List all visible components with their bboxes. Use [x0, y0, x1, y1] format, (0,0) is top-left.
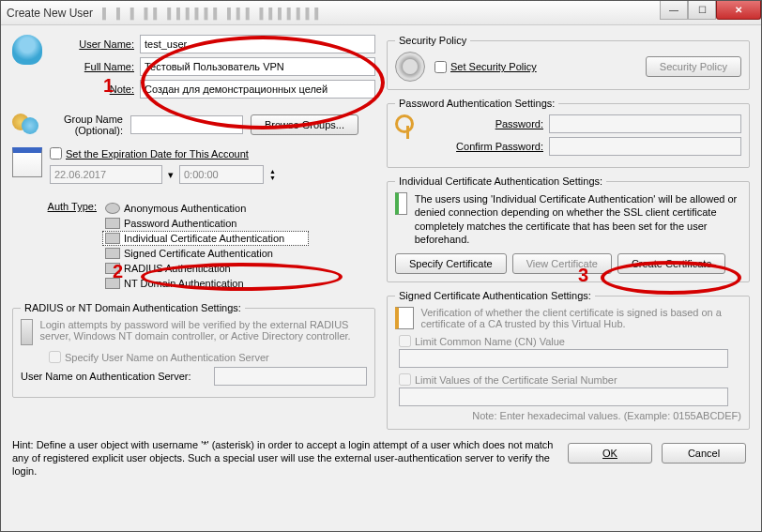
security-policy-fieldset: Security Policy Set Security Policy Secu…: [387, 35, 750, 90]
ok-button[interactable]: OK: [568, 443, 652, 464]
expire-checkbox-label: Set the Expiration Date for This Account: [66, 148, 249, 160]
create-certificate-button[interactable]: Create Certificate: [617, 253, 726, 274]
indiv-legend: Individual Certificate Authentication Se…: [395, 175, 606, 187]
limit-serial-label: Limit Values of the Certificate Serial N…: [415, 374, 617, 386]
auth-signed-cert[interactable]: Signed Certificate Authentication: [102, 246, 309, 261]
auth-item-label: Password Authentication: [124, 218, 236, 229]
cancel-button[interactable]: Cancel: [662, 443, 746, 464]
auth-anonymous[interactable]: Anonymous Authentication: [102, 201, 309, 216]
auth-item-label: Anonymous Authentication: [124, 203, 246, 214]
signed-note: Note: Enter hexadecimal values. (Example…: [395, 410, 741, 421]
fullname-input[interactable]: [140, 57, 375, 76]
server-icon: [21, 319, 33, 345]
specify-user-cb: Specify User Name on Authentication Serv…: [49, 351, 269, 363]
window-title: Create New User: [7, 7, 93, 20]
signedcert-icon: [395, 307, 414, 329]
expire-time-input: [179, 165, 264, 184]
hint-text: Hint: Define a user object with username…: [1, 435, 568, 478]
limit-serial-input: [399, 388, 728, 406]
spinner-icon: ▲▼: [269, 168, 276, 181]
auth-item-label: RADIUS Authentication: [124, 263, 231, 274]
flag-icon: [105, 278, 120, 289]
user-icon: [12, 35, 42, 65]
specify-certificate-button[interactable]: Specify Certificate: [395, 253, 507, 274]
radius-nt-fieldset: RADIUS or NT Domain Authentication Setti…: [12, 302, 375, 398]
confirm-password-label: Confirm Password:: [431, 141, 543, 152]
indiv-desc: The users using 'Individual Certificate …: [415, 192, 741, 246]
limit-cn-cb: Limit Common Name (CN) Value: [399, 335, 565, 347]
password-input: [549, 114, 741, 133]
security-policy-button: Security Policy: [646, 56, 741, 77]
specify-user-cb-label: Specify User Name on Authentication Serv…: [65, 352, 269, 363]
confirm-password-input: [549, 137, 741, 156]
group-icon: [12, 110, 42, 140]
set-security-cb-label: Set Security Policy: [450, 61, 537, 72]
radius-desc: Login attempts by password will be verif…: [40, 319, 367, 345]
calendar-icon: [12, 147, 42, 177]
title-blur: ▌ ▌ ▌ ▌▌ ▌▌▌▌▌▌ ▌▌▌ ▌▌▌▌▌▌▌: [102, 8, 324, 19]
note-input[interactable]: [140, 80, 375, 99]
signed-desc: Verification of whether the client certi…: [421, 307, 742, 329]
authserver-username-label: User Name on Authentication Server:: [21, 371, 208, 382]
dialog-window: Create New User ▌ ▌ ▌ ▌▌ ▌▌▌▌▌▌ ▌▌▌ ▌▌▌▌…: [0, 0, 762, 532]
limit-serial-cb: Limit Values of the Certificate Serial N…: [399, 373, 617, 386]
gear-icon: [395, 52, 425, 82]
auth-item-label: NT Domain Authentication: [124, 278, 244, 289]
auth-radius[interactable]: RADIUS Authentication: [102, 261, 309, 276]
cert-icon: [105, 248, 120, 259]
password-legend: Password Authentication Settings:: [395, 98, 558, 109]
username-label: User Name:: [50, 38, 134, 50]
close-button[interactable]: ✕: [716, 1, 761, 20]
set-security-cb[interactable]: Set Security Policy: [434, 61, 537, 73]
group-input[interactable]: [130, 115, 243, 134]
fullname-label: Full Name:: [50, 61, 134, 72]
expire-checkbox[interactable]: Set the Expiration Date for This Account: [50, 147, 249, 160]
expire-date-input: [50, 165, 162, 184]
authtype-list[interactable]: Anonymous Authentication Password Authen…: [102, 201, 309, 291]
authtype-label: Auth Type:: [12, 201, 97, 212]
maximize-button[interactable]: ☐: [688, 1, 716, 20]
authserver-username-input: [214, 367, 367, 386]
password-label: Password:: [431, 118, 543, 129]
password-auth-fieldset: Password Authentication Settings: Passwo…: [387, 98, 750, 168]
auth-ntdomain[interactable]: NT Domain Authentication: [102, 276, 309, 291]
title-bar[interactable]: Create New User ▌ ▌ ▌ ▌▌ ▌▌▌▌▌▌ ▌▌▌ ▌▌▌▌…: [1, 1, 761, 25]
group-label: Group Name (Optional):: [50, 114, 123, 136]
signed-cert-fieldset: Signed Certificate Authentication Settin…: [387, 290, 750, 430]
key-icon: [105, 218, 120, 229]
keys-icon: [395, 114, 421, 141]
browse-groups-button[interactable]: Browse Groups...: [251, 114, 358, 135]
individual-cert-fieldset: Individual Certificate Authentication Se…: [387, 175, 750, 282]
username-input[interactable]: [140, 35, 375, 53]
note-label: Note:: [50, 84, 134, 95]
limit-cn-label: Limit Common Name (CN) Value: [415, 336, 565, 347]
card-icon: [105, 233, 120, 244]
signed-legend: Signed Certificate Authentication Settin…: [395, 290, 595, 301]
radius-icon: [105, 263, 120, 274]
minimize-button[interactable]: —: [660, 1, 688, 20]
security-legend: Security Policy: [395, 35, 470, 46]
auth-item-label: Individual Certificate Authentication: [124, 233, 284, 244]
dropdown-icon: ▾: [168, 169, 174, 181]
auth-individual-cert[interactable]: Individual Certificate Authentication: [102, 231, 309, 246]
radius-legend: RADIUS or NT Domain Authentication Setti…: [21, 302, 245, 313]
auth-password[interactable]: Password Authentication: [102, 216, 309, 231]
view-certificate-button: View Certificate: [512, 253, 612, 274]
check-icon: [105, 203, 120, 214]
auth-item-label: Signed Certificate Authentication: [124, 248, 273, 259]
certificate-icon: [395, 192, 407, 215]
limit-cn-input: [399, 349, 728, 368]
